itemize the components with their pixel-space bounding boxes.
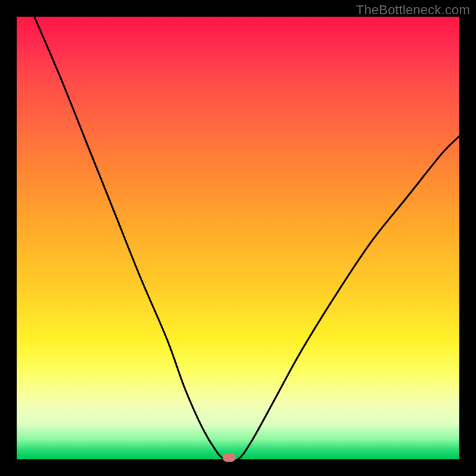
- watermark-text: TheBottleneck.com: [356, 2, 470, 18]
- chart-frame: TheBottleneck.com: [0, 0, 476, 476]
- plot-area: [17, 17, 459, 459]
- optimal-point-marker: [223, 453, 236, 462]
- bottleneck-curve: [17, 17, 459, 459]
